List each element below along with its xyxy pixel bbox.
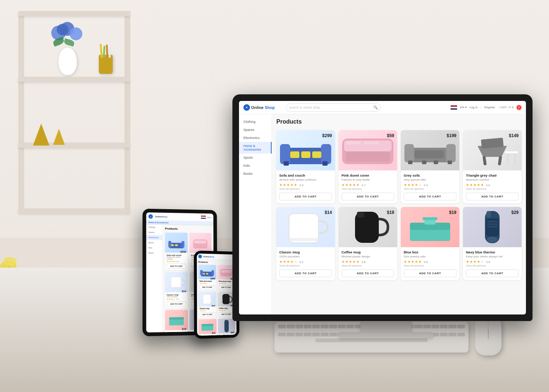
chair-desc: Maximum comfort: [466, 178, 519, 181]
svg-rect-23: [222, 294, 229, 304]
grey-sofa-price: $199: [447, 133, 456, 138]
tablet-product-mug[interactable]: $14 Classic mug 100% porcelain ★★★★☆ 4.2…: [165, 272, 188, 308]
svg-rect-44: [415, 150, 444, 158]
duvet-add-to-cart-btn[interactable]: ADD TO CART: [341, 193, 394, 200]
phone-mug-add-to-cart[interactable]: ADD TO CART: [199, 312, 215, 317]
tablet-sofa-price: $299: [180, 250, 186, 253]
monitor-screen-outer: ● OnlineShop search in online shop 🔍 EN …: [232, 94, 533, 321]
logo-circle-icon: ●: [243, 104, 250, 111]
shelf-unit: [0, 0, 146, 245]
sidebar-item-books[interactable]: Books: [239, 170, 272, 178]
mug-add-to-cart-btn[interactable]: ADD TO CART: [279, 270, 332, 277]
grey-sofa-reviews: View all opinions: [404, 187, 456, 191]
phone-logo-icon: [198, 255, 202, 258]
phone-product-sofa[interactable]: $299 Sofa and couch ★★★★★ ADD TO CART: [198, 264, 216, 290]
tablet-sidebar-spaces[interactable]: Spaces: [146, 230, 163, 235]
search-bar[interactable]: search in online shop 🔍: [286, 103, 381, 112]
product-card-blue-box[interactable]: $19 Blue box Size jewelry safe ★★★★★ 4.6: [401, 207, 459, 280]
tablet-sofa-add-to-cart[interactable]: ADD TO CART: [167, 264, 186, 269]
thermo-rating-num: 3.9: [486, 260, 490, 264]
sidebar-item-kids[interactable]: Kids: [239, 162, 272, 170]
monitor-stand: [361, 321, 412, 332]
thermo-price: $29: [511, 210, 519, 215]
sidebar-item-electronics[interactable]: Electronics: [239, 134, 272, 142]
coffee-mug-add-to-cart-btn[interactable]: ADD TO CART: [341, 270, 394, 277]
tablet-sidebar-books[interactable]: Books: [146, 250, 163, 255]
thermo-add-to-cart-btn[interactable]: ADD TO CART: [466, 270, 519, 277]
main-content: Products: [272, 114, 526, 314]
sidebar-item-home[interactable]: Home & Accessories: [239, 142, 272, 154]
sidebar-item-clothing[interactable]: Clothing: [239, 118, 272, 126]
chair-add-to-cart-btn[interactable]: ADD TO CART: [466, 193, 519, 200]
tablet-sidebar-kids[interactable]: Kids: [146, 245, 163, 250]
product-card-thermo[interactable]: $29 Navy blue thermo Keep your drinks al…: [463, 207, 522, 280]
phone-coffee-mug-add-to-cart[interactable]: ADD TO CART: [219, 312, 234, 317]
thermo-desc: Keep your drinks always hot: [466, 255, 519, 258]
product-card-chair[interactable]: $149 Triangle grey chair Maximum comfort…: [463, 130, 522, 203]
svg-rect-33: [312, 151, 321, 158]
tablet-mug-add-to-cart[interactable]: ADD TO CART: [167, 301, 186, 307]
mug-name: Classic mug: [279, 250, 332, 254]
site-body: Clothing Spaces Electronics Home & Acces…: [239, 114, 526, 314]
phone-screen: OnlineShop Products $299 Sofa and couch …: [197, 253, 237, 336]
login-link[interactable]: Log In: [470, 106, 478, 109]
logo-text-online: Online: [251, 105, 264, 110]
svg-rect-32: [301, 151, 310, 158]
shelf-board-bottom: [18, 208, 130, 214]
blue-box-add-to-cart-btn[interactable]: ADD TO CART: [404, 270, 456, 277]
product-card-mug[interactable]: $14 Classic mug 100% porcelain ★★★★☆ 4.2: [276, 207, 335, 280]
tablet-flag: [201, 216, 206, 219]
tablet-sidebar-clothing[interactable]: Clothing: [146, 225, 163, 230]
tablet-sidebar-sports[interactable]: Sports: [146, 240, 163, 245]
tablet-product-bluebox[interactable]: $19 Blue box Size jewelry safe ★★★★★ 4.6…: [165, 310, 188, 332]
grey-sofa-name: Grey sofa: [404, 173, 456, 177]
grey-sofa-add-to-cart-btn[interactable]: ADD TO CART: [404, 193, 456, 200]
phone-sofa-add-to-cart[interactable]: ADD TO CART: [199, 285, 215, 289]
cart-badge[interactable]: 2: [516, 105, 522, 110]
phone-product-bluebox[interactable]: $19 Blue box ★★★★★ ADD TO CART: [198, 319, 216, 336]
tablet-mug-stars: ★★★★☆ 4.2: [167, 298, 186, 300]
mug-price: $14: [325, 210, 332, 215]
register-link[interactable]: Register: [484, 106, 495, 109]
phone-duvet-add-to-cart[interactable]: ADD TO CART: [219, 285, 234, 289]
grey-sofa-rating: ★★★★☆ 4.3: [404, 183, 456, 187]
grey-sofa-rating-num: 4.3: [424, 184, 428, 187]
duvet-rating: ★★★★★ 4.7: [341, 183, 394, 187]
svg-rect-38: [346, 142, 361, 144]
product-card-sofa[interactable]: $299 Sofa and couch All blue with yellow…: [276, 130, 335, 203]
grey-sofa-stars: ★★★★☆: [404, 183, 422, 187]
svg-rect-53: [505, 151, 518, 153]
product-info-blue-box: Blue box Size jewelry safe ★★★★★ 4.6 Vie…: [401, 247, 459, 280]
phone-product-mug[interactable]: $14 Classic mug ★★★★☆ ADD TO CART: [198, 292, 216, 318]
phone-duvet-stars: ★★★★★: [219, 282, 234, 284]
mug-stars: ★★★★☆: [279, 260, 298, 264]
product-info-thermo: Navy blue thermo Keep your drinks always…: [463, 247, 522, 280]
product-card-duvet[interactable]: $59 Pink duvet cover Fashion & cozy text…: [339, 130, 397, 203]
products-grid: $299 Sofa and couch All blue with yellow…: [276, 130, 522, 280]
search-container: search in online shop 🔍: [286, 103, 381, 112]
monitor-screen: ● OnlineShop search in online shop 🔍 EN …: [239, 101, 526, 314]
svg-rect-42: [404, 144, 414, 162]
svg-rect-25: [202, 324, 213, 326]
svg-rect-29: [280, 144, 290, 164]
sofa-add-to-cart-btn[interactable]: ADD TO CART: [279, 193, 332, 200]
svg-rect-40: [346, 151, 390, 162]
svg-rect-31: [290, 151, 299, 158]
sidebar-item-sports[interactable]: Sports: [239, 154, 272, 162]
coffee-mug-rating-num: 4.8: [362, 260, 366, 264]
coffee-mug-desc: Minimal plastic design: [341, 255, 394, 258]
language-label[interactable]: EN ▾: [460, 106, 466, 109]
sofa-stars: ★★★★★: [279, 183, 298, 187]
tablet-sidebar-home[interactable]: Home & Acc.: [146, 235, 163, 240]
search-icon[interactable]: 🔍: [373, 105, 378, 109]
svg-rect-3: [171, 244, 174, 246]
product-card-grey-sofa[interactable]: $199 Grey sofa Very special offer ★★★★☆ …: [401, 130, 459, 203]
tablet-product-sofa[interactable]: $299 Sofa and couch All blue with yellow…: [165, 233, 187, 270]
product-card-coffee-mug[interactable]: $19 Coffee mug Minimal plastic design ★★…: [339, 207, 397, 280]
duvet-reviews: View all opinions: [341, 187, 394, 191]
coffee-mug-price: $19: [387, 210, 394, 215]
sidebar-item-spaces[interactable]: Spaces: [239, 126, 272, 134]
sidebar: Clothing Spaces Electronics Home & Acces…: [239, 114, 272, 314]
tablet-section-label: Home & Accessories: [149, 221, 169, 224]
tablet-logo-icon: ●: [149, 214, 153, 218]
